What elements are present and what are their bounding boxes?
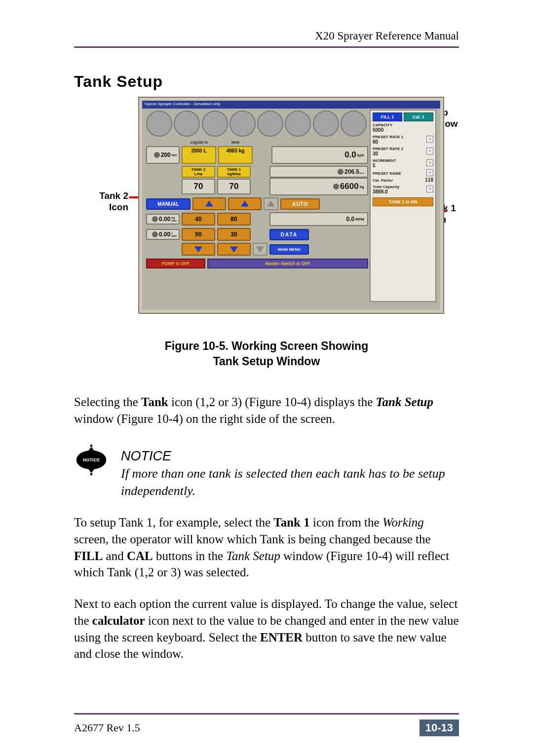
decrement-down-button[interactable] [217,243,251,256]
total-capacity-label: Total Capacity [373,185,399,189]
text: L/ha [194,172,202,176]
preset-value-button[interactable]: 80 [217,213,251,226]
calculator-icon[interactable]: ⌗ [426,169,433,176]
auto-button[interactable]: AUTO [280,198,320,210]
flow-kg-readout: 0.00 kgmin [146,214,180,225]
text: window (Figure 10-4) on the right side o… [74,412,335,425]
text: ENTER [260,631,303,644]
main-menu-button[interactable]: MAIN MENU [269,244,309,255]
tank-on-status[interactable]: TANK 1 is ON [373,197,433,206]
gauge-icon [154,152,160,158]
calculator-icon[interactable]: ⌗ [426,186,433,192]
text: Working [382,516,424,529]
cal-button[interactable]: Cal. 1 [404,113,433,121]
unit: RPM [355,217,364,222]
text: To setup Tank 1, for example, select the [74,516,273,529]
page-number: 10-13 [419,719,459,736]
rpm-readout: 0.0 RPM [269,212,368,226]
svg-text:NOTICE: NOTICE [83,457,100,462]
section-dial-icon[interactable] [229,111,256,137]
liquid-n-value[interactable]: 2000 L [182,146,216,164]
tank-setup-window: FILL 1 Cal. 1 CAPACITY 5000 PRESET RATE … [370,110,436,302]
section-dial-icon[interactable] [174,111,200,137]
text: TANK 2 [191,167,205,172]
unit: min [171,234,177,237]
increment-up-button[interactable] [192,197,226,210]
value: 0.0 [346,216,355,223]
rate-readout: 206.5... [269,166,368,178]
main-panel: LIQUID N NH3 200 kpa 2000 L 4983 kg 0.0 … [146,140,368,268]
notice-icon: NOTICE [74,445,109,475]
section-dial-icon[interactable] [146,111,172,137]
preset-value-button[interactable]: 40 [182,213,215,226]
increment-up-button[interactable] [228,197,262,210]
gauge-icon [333,184,339,189]
notice-heading: NOTICE [121,449,171,463]
flow-l-readout: 0.00 Lmin [146,229,180,240]
paragraph-3: Next to each option the current value is… [74,596,459,662]
window-titlebar: Topcon Sprayer Controller - Simulation o… [142,101,440,109]
master-switch-status: Master Switch is OFF [207,259,368,268]
tank-2-tab[interactable]: TANK 2 L/ha [182,166,215,178]
text: Selecting the [74,395,141,409]
preset-value-button[interactable]: 50 [182,228,215,241]
speed-readout: 0.0 kph [271,146,368,164]
column-header: NH3 [218,140,253,145]
increment-label: INCREMENT [373,158,396,163]
calculator-icon[interactable]: ⌗ [426,159,433,166]
text: Tank Setup [376,395,433,409]
text: Tank Setup [226,549,280,563]
figure-caption: Figure 10-5. Working Screen Showing Tank… [74,339,459,369]
gauge-icon [338,169,343,175]
nh3-value[interactable]: 4983 kg [218,146,253,164]
section-dial-icon[interactable] [341,111,367,137]
decrement-down-button[interactable] [182,243,215,256]
preset-name-label: PRESET NAME [373,171,401,176]
text: screen, the operator will know which Tan… [74,532,431,546]
pump-status: PUMP is OFF [146,259,205,268]
text: Tank 1 [273,516,309,529]
preset-rate-1-value: 80 [373,139,403,145]
data-button[interactable]: DATA [269,229,309,240]
callout-tank2-icon: Tank 2 Icon [74,190,128,213]
preset-value-button[interactable]: 30 [217,228,251,241]
increment-up-disabled-icon [264,197,278,210]
decrement-down-disabled-icon [253,243,267,256]
weight-readout: 6600 kg [269,178,368,195]
value: 0.0 [344,150,356,160]
manual-button[interactable]: MANUAL [146,198,190,210]
text: buttons in the [153,549,227,563]
text: and [103,549,127,563]
header-rule [74,46,459,48]
tank-1-tab[interactable]: TANK 1 kgN/ha [217,166,251,178]
notice-body: If more than one tank is selected then e… [121,466,445,498]
section-dial-icon[interactable] [313,111,339,137]
text: TANK 1 [227,167,241,172]
capacity-value: 5000 [373,127,433,133]
calculator-icon[interactable]: ⌗ [426,148,433,154]
unit: kpa [172,153,177,156]
total-capacity-value: 3888.0 [373,189,399,194]
preset-rate-1-label: PRESET RATE 1 [373,135,403,139]
value: 0.00 [159,231,170,238]
section-dial-icon[interactable] [202,111,228,137]
text: kgN/ha [228,172,241,176]
paragraph-2: To setup Tank 1, for example, select the… [74,514,459,581]
value: 6600 [340,182,359,191]
gauge-icon [152,216,158,222]
section-dial-icon[interactable] [285,111,311,137]
increment-value: 5 [373,163,396,168]
section-title: Tank Setup [74,73,459,91]
section-dials-row [146,111,367,137]
pressure-readout: 200 kpa [146,146,180,164]
text: Tank [141,395,168,409]
page-footer: A2677 Rev 1.5 10-13 [74,713,459,736]
tank1-value: 70 [217,179,251,194]
preset-rate-2-value: 30 [373,151,403,156]
fill-button[interactable]: FILL 1 [373,113,402,121]
text: Tank 2 [99,190,128,201]
notice-text: NOTICE If more than one tank is selected… [121,447,459,500]
calculator-icon[interactable]: ⌗ [426,136,433,143]
section-dial-icon[interactable] [257,111,283,137]
unit: min [171,219,177,222]
